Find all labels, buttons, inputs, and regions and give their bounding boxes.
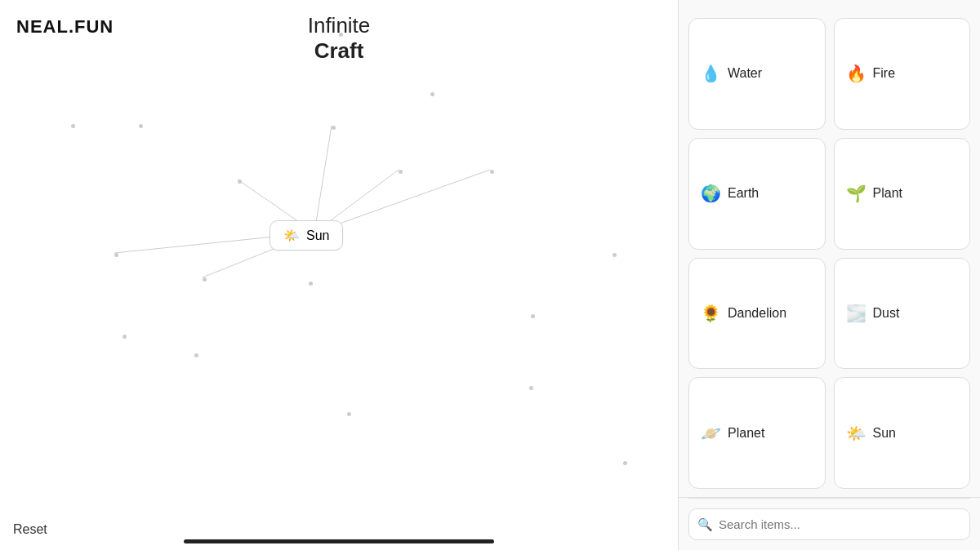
sun-element[interactable]: 🌤️ Sun [270,220,343,251]
item-name: Sun [873,426,896,441]
search-input[interactable] [688,508,970,540]
sun-label: Sun [306,228,329,243]
sidebar-item-earth[interactable]: 🌍 Earth [688,138,826,250]
item-emoji: 🌤️ [846,424,866,443]
item-name: Dandelion [728,306,786,321]
canvas-dot [339,33,343,37]
canvas-dot [194,353,198,357]
canvas-dot [430,92,434,96]
reset-button[interactable]: Reset [13,522,47,537]
sidebar-item-water[interactable]: 💧 Water [688,18,826,130]
item-emoji: 🌍 [701,184,721,203]
canvas-dot [114,253,118,257]
canvas-lines [0,0,678,550]
bottom-bar [184,539,494,543]
items-grid: 💧 Water 🔥 Fire 🌍 Earth 🌱 Plant 🌻 Dandeli… [688,10,970,497]
canvas-dot [529,386,533,390]
sidebar-item-sun[interactable]: 🌤️ Sun [834,377,971,489]
item-emoji: 🌻 [701,304,721,323]
sidebar-item-dust[interactable]: 🌫️ Dust [834,258,971,370]
canvas-dot [623,461,627,465]
sidebar-item-planet[interactable]: 🪐 Planet [688,377,826,489]
item-emoji: 🌱 [846,184,866,203]
item-emoji: 🌫️ [846,304,866,323]
item-name: Earth [728,186,759,201]
item-name: Planet [728,426,764,441]
canvas-dot [347,412,351,416]
canvas-area[interactable]: NEAL.FUN Infinite Craft 🌤️ Sun Reset [0,0,678,550]
item-name: Dust [873,306,900,321]
item-name: Water [728,66,762,81]
search-area: 🔍 [688,498,970,540]
sidebar-item-fire[interactable]: 🔥 Fire [834,18,971,130]
item-emoji: 🔥 [846,64,866,83]
canvas-dot [531,314,535,318]
item-name: Fire [873,66,896,81]
canvas-dot [612,253,617,257]
search-icon: 🔍 [697,517,713,532]
svg-line-4 [314,126,332,233]
logo: NEAL.FUN [16,16,114,38]
app-title: Infinite Craft [308,13,371,64]
item-emoji: 💧 [701,64,721,83]
canvas-dot [122,335,127,339]
search-wrapper: 🔍 [688,508,970,540]
canvas-dot [309,282,313,286]
item-name: Plant [873,186,902,201]
item-emoji: 🪐 [701,424,721,443]
canvas-dot [203,277,207,282]
canvas-dot [238,180,242,184]
canvas-dot [399,170,403,174]
canvas-dot [490,170,494,174]
sun-emoji: 🌤️ [283,228,300,243]
canvas-dot [332,126,336,130]
sidebar: 💧 Water 🔥 Fire 🌍 Earth 🌱 Plant 🌻 Dandeli… [678,0,980,550]
canvas-dot [139,124,143,128]
sidebar-item-plant[interactable]: 🌱 Plant [834,138,971,250]
canvas-dot [71,124,75,128]
sidebar-item-dandelion[interactable]: 🌻 Dandelion [688,258,826,370]
